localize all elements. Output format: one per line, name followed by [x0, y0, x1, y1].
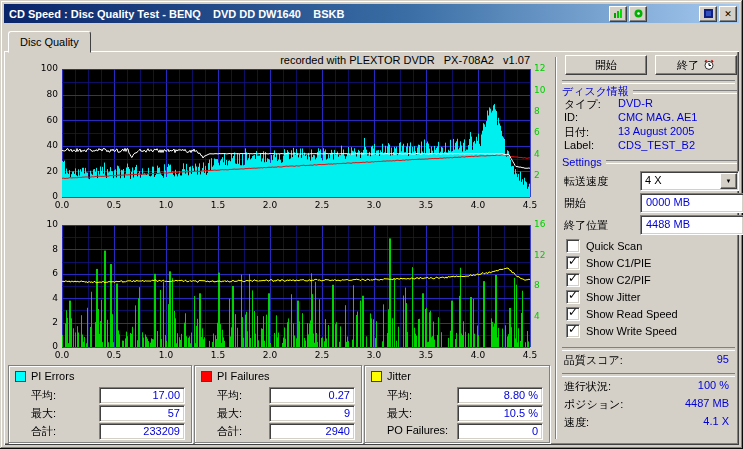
start-position-field[interactable]: 0000 MB	[640, 193, 743, 213]
disc-label-label: Label:	[564, 139, 594, 151]
stat-value-field: 233209	[99, 423, 185, 440]
stat-value-field: 17.00	[99, 387, 185, 404]
stat-label: 平均:	[217, 388, 242, 403]
quality-score-label: 品質スコア:	[564, 354, 623, 366]
jitter-title: Jitter	[387, 370, 411, 382]
save-graph-button[interactable]	[629, 6, 647, 22]
divider	[562, 347, 735, 351]
tab-disc-quality[interactable]: Disc Quality	[8, 31, 91, 53]
quality-score-value: 95	[717, 353, 729, 365]
checkbox-box	[566, 273, 580, 287]
disc-id-value: CMC MAG. AE1	[618, 111, 697, 123]
divider	[562, 373, 735, 377]
stat-label: 最大:	[217, 406, 242, 421]
combo-dropdown-button[interactable]: ▼	[720, 173, 737, 189]
progress-label: 進行状況:	[564, 380, 611, 392]
stat-value-field: 10.5 %	[457, 405, 543, 422]
current-speed-value: 4.1 X	[703, 415, 729, 427]
jitter-panel: Jitter 平均:8.80 % 最大:10.5 % PO Failures:0	[364, 365, 550, 443]
pi-failures-legend-swatch	[201, 371, 212, 382]
checkbox-box	[566, 239, 580, 253]
progress-row: 進行状況: 100 %	[564, 379, 729, 393]
checkbox-label: Show Read Speed	[586, 308, 678, 320]
speed-selected-value: 4 X	[641, 172, 719, 190]
pi-errors-legend-swatch	[15, 371, 26, 382]
disc-type-value: DVD-R	[618, 97, 653, 109]
exit-button[interactable]: 終了	[655, 55, 737, 75]
titlebar[interactable]: CD Speed : Disc Quality Test - BENQ DVD …	[4, 4, 739, 23]
checkbox-box	[566, 256, 580, 270]
stat-row-max: 最大:57	[9, 405, 191, 421]
vertical-divider	[555, 57, 557, 439]
progress-value: 100 %	[698, 379, 729, 391]
checkbox-label: Show C1/PIE	[586, 257, 651, 269]
checkbox-label: Show C2/PIF	[586, 274, 651, 286]
app-icon	[704, 9, 713, 18]
tab-page: recorded with PLEXTOR DVDR PX-708A2 v1.0…	[4, 51, 739, 445]
stat-row-average: 平均:17.00	[9, 387, 191, 403]
settings-header-row: Settings	[562, 155, 737, 168]
quality-score-row: 品質スコア: 95	[564, 353, 729, 367]
stat-value-field: 8.80 %	[457, 387, 543, 404]
stat-row-average: 平均:0.27	[195, 387, 361, 403]
exit-button-label: 終了	[677, 58, 699, 73]
end-position-field[interactable]: 4488 MB	[640, 215, 743, 235]
settings-header: Settings	[562, 156, 602, 168]
checkbox-quick-scan[interactable]: Quick Scan	[566, 239, 737, 253]
stat-label: 平均:	[31, 388, 56, 403]
disc-date-value: 13 August 2005	[618, 125, 694, 137]
chart-icon	[614, 9, 623, 18]
speed-select[interactable]: 4 X ▼	[640, 171, 739, 191]
clock-icon	[703, 59, 715, 71]
pi-failures-title: PI Failures	[217, 370, 270, 382]
checkbox-show-write-speed[interactable]: Show Write Speed	[566, 324, 737, 338]
window-title: CD Speed : Disc Quality Test - BENQ DVD …	[9, 8, 607, 20]
checkbox-box	[566, 324, 580, 338]
tabstrip: Disc Quality	[8, 31, 91, 52]
help-button[interactable]	[699, 6, 717, 22]
start-position-value: 0000 MB	[646, 196, 690, 208]
checkbox-show-c1-pie[interactable]: Show C1/PIE	[566, 256, 737, 270]
end-position-label: 終了位置	[564, 218, 608, 233]
position-label: ポジション:	[564, 398, 623, 410]
speed-label: 転送速度	[564, 174, 608, 189]
pi-errors-chart	[8, 63, 556, 219]
copy-graph-button[interactable]	[609, 6, 627, 22]
disc-id-row: ID:CMC MAG. AE1	[564, 111, 737, 125]
stat-label: 最大:	[387, 406, 412, 421]
disc-type-row: タイプ:DVD-R	[564, 97, 737, 111]
disc-label-row: Label:CDS_TEST_B2	[564, 139, 737, 153]
close-icon: ✕	[724, 9, 732, 19]
stat-label: 最大:	[31, 406, 56, 421]
stat-label: 合計:	[31, 424, 56, 439]
stat-row-average: 平均:8.80 %	[365, 387, 549, 403]
end-position-value: 4488 MB	[646, 218, 690, 230]
speed-row: 転送速度 4 X ▼	[564, 171, 735, 190]
checkbox-label: Show Write Speed	[586, 325, 677, 337]
stat-label: 合計:	[217, 424, 242, 439]
position-row: ポジション: 4487 MB	[564, 397, 729, 411]
jitter-legend-swatch	[371, 371, 382, 382]
checkbox-box	[566, 307, 580, 321]
disc-date-row: 日付:13 August 2005	[564, 125, 737, 139]
stat-value-field: 57	[99, 405, 185, 422]
checkbox-show-read-speed[interactable]: Show Read Speed	[566, 307, 737, 321]
close-button[interactable]: ✕	[719, 6, 737, 22]
checkbox-show-jitter[interactable]: Show Jitter	[566, 290, 737, 304]
stat-value-field: 0	[457, 423, 543, 440]
stat-label: 平均:	[387, 388, 412, 403]
start-button[interactable]: 開始	[565, 55, 647, 75]
stat-row-po-failures: PO Failures:0	[365, 423, 549, 439]
pi-failures-panel: PI Failures 平均:0.27 最大:9 合計:2940	[194, 365, 362, 443]
current-speed-row: 速度: 4.1 X	[564, 415, 729, 429]
checkbox-label: Show Jitter	[586, 291, 640, 303]
pi-errors-panel: PI Errors 平均:17.00 最大:57 合計:233209	[8, 365, 192, 443]
sidebar: 開始 終了 ディスク情報 タイプ:DVD-R ID:CMC MAG. AE1 日…	[560, 53, 737, 443]
chevron-down-icon: ▼	[726, 178, 732, 184]
disc-type-label: タイプ:	[564, 98, 601, 110]
stat-row-max: 最大:9	[195, 405, 361, 421]
checkbox-box	[566, 290, 580, 304]
checkbox-show-c2-pif[interactable]: Show C2/PIF	[566, 273, 737, 287]
disc-id-label: ID:	[564, 111, 578, 123]
disc-icon	[634, 9, 643, 18]
